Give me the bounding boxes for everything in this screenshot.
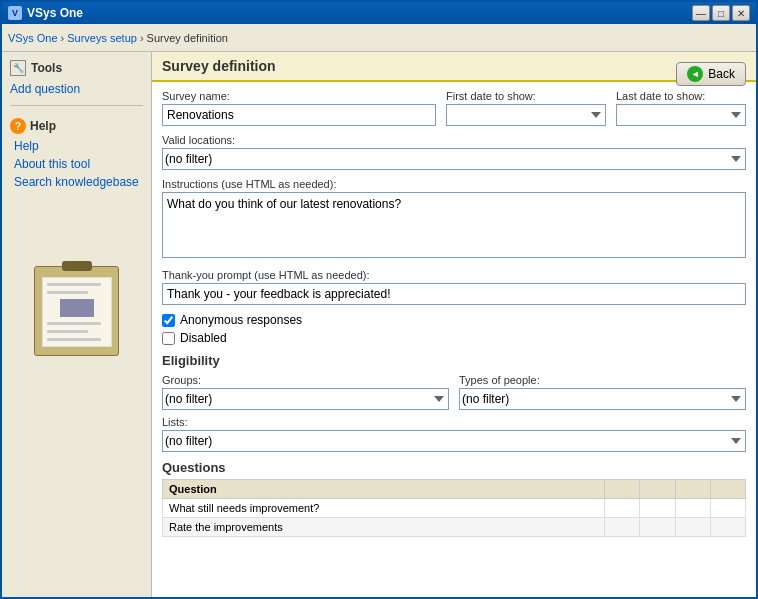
close-button[interactable]: ✕ bbox=[732, 5, 750, 21]
title-bar-left: V VSys One bbox=[8, 6, 83, 20]
back-button-label: Back bbox=[708, 67, 735, 81]
help-icon: ? bbox=[10, 118, 26, 134]
types-label: Types of people: bbox=[459, 374, 746, 386]
survey-name-group: Survey name: bbox=[162, 90, 436, 126]
table-row[interactable]: What still needs improvement? bbox=[163, 499, 746, 518]
help-label: Help bbox=[30, 119, 56, 133]
question-cell-extra bbox=[675, 518, 710, 537]
maximize-button[interactable]: □ bbox=[712, 5, 730, 21]
last-date-group: Last date to show: bbox=[616, 90, 746, 126]
sidebar-help-title: ? Help bbox=[2, 112, 151, 137]
thankyou-label: Thank-you prompt (use HTML as needed): bbox=[162, 269, 746, 281]
tools-label: Tools bbox=[31, 61, 62, 75]
content-body: Survey name: First date to show: Last da… bbox=[152, 82, 756, 545]
instructions-textarea[interactable]: What do you think of our latest renovati… bbox=[162, 192, 746, 258]
groups-label: Groups: bbox=[162, 374, 449, 386]
title-bar: V VSys One — □ ✕ bbox=[2, 2, 756, 24]
content-title: Survey definition bbox=[162, 58, 276, 74]
groups-select[interactable]: (no filter) bbox=[162, 388, 449, 410]
question-cell-extra bbox=[710, 518, 745, 537]
question-cell-extra bbox=[605, 499, 640, 518]
nav-bar: VSys One › Surveys setup › Survey defini… bbox=[2, 24, 756, 52]
sidebar-divider bbox=[10, 105, 143, 106]
valid-locations-label: Valid locations: bbox=[162, 134, 746, 146]
questions-col-4 bbox=[675, 480, 710, 499]
table-row[interactable]: Rate the improvements bbox=[163, 518, 746, 537]
thankyou-row: Thank-you prompt (use HTML as needed): bbox=[162, 269, 746, 305]
lists-label: Lists: bbox=[162, 416, 746, 428]
add-question-link[interactable]: Add question bbox=[2, 79, 151, 99]
sidebar-link-help[interactable]: Help bbox=[2, 137, 151, 155]
survey-name-input[interactable] bbox=[162, 104, 436, 126]
instructions-row: Instructions (use HTML as needed): What … bbox=[162, 178, 746, 261]
title-bar-controls: — □ ✕ bbox=[692, 5, 750, 21]
groups-wrapper: (no filter) bbox=[162, 388, 449, 410]
breadcrumb-link-surveys[interactable]: Surveys setup bbox=[67, 32, 137, 44]
back-button[interactable]: ◄ Back bbox=[676, 62, 746, 86]
groups-group: Groups: (no filter) bbox=[162, 374, 449, 410]
last-date-wrapper bbox=[616, 104, 746, 126]
questions-title: Questions bbox=[162, 460, 746, 475]
breadcrumb-link-vsys[interactable]: VSys One bbox=[8, 32, 58, 44]
valid-locations-wrapper: (no filter) bbox=[162, 148, 746, 170]
lists-wrapper: (no filter) bbox=[162, 430, 746, 452]
sidebar-tools-title: 🔧 Tools bbox=[2, 57, 151, 79]
lists-select[interactable]: (no filter) bbox=[162, 430, 746, 452]
disabled-checkbox[interactable] bbox=[162, 332, 175, 345]
minimize-button[interactable]: — bbox=[692, 5, 710, 21]
last-date-select[interactable] bbox=[616, 104, 746, 126]
eligibility-groups-row: Groups: (no filter) Types of people: (no… bbox=[162, 374, 746, 410]
app-icon: V bbox=[8, 6, 22, 20]
sidebar-decoration bbox=[32, 251, 122, 351]
sidebar-link-about[interactable]: About this tool bbox=[2, 155, 151, 173]
disabled-row: Disabled bbox=[162, 331, 746, 345]
content-area: Survey definition Survey name: First dat… bbox=[152, 52, 756, 597]
questions-table: Question What still needs improvement?Ra… bbox=[162, 479, 746, 537]
types-wrapper: (no filter) bbox=[459, 388, 746, 410]
survey-name-row: Survey name: First date to show: Last da… bbox=[162, 90, 746, 126]
sidebar-link-search[interactable]: Search knowledgebase bbox=[2, 173, 151, 191]
question-cell-extra bbox=[640, 518, 675, 537]
question-cell-extra bbox=[675, 499, 710, 518]
question-cell-extra bbox=[640, 499, 675, 518]
breadcrumb: VSys One › Surveys setup › Survey defini… bbox=[8, 32, 228, 44]
first-date-select[interactable] bbox=[446, 104, 606, 126]
breadcrumb-sep-2: › bbox=[140, 32, 144, 44]
questions-col-2 bbox=[605, 480, 640, 499]
anonymous-checkbox[interactable] bbox=[162, 314, 175, 327]
types-group: Types of people: (no filter) bbox=[459, 374, 746, 410]
question-cell-extra bbox=[710, 499, 745, 518]
window-title: VSys One bbox=[27, 6, 83, 20]
question-cell: What still needs improvement? bbox=[163, 499, 605, 518]
main-layout: 🔧 Tools Add question ? Help Help About t… bbox=[2, 52, 756, 597]
questions-col-3 bbox=[640, 480, 675, 499]
questions-col-header: Question bbox=[163, 480, 605, 499]
eligibility-title: Eligibility bbox=[162, 353, 746, 368]
first-date-group: First date to show: bbox=[446, 90, 606, 126]
questions-section: Questions Question What bbox=[162, 460, 746, 537]
back-arrow-icon: ◄ bbox=[687, 66, 703, 82]
questions-col-5 bbox=[710, 480, 745, 499]
question-cell: Rate the improvements bbox=[163, 518, 605, 537]
tools-icon: 🔧 bbox=[10, 60, 26, 76]
sidebar: 🔧 Tools Add question ? Help Help About t… bbox=[2, 52, 152, 597]
anonymous-row: Anonymous responses bbox=[162, 313, 746, 327]
lists-row: Lists: (no filter) bbox=[162, 416, 746, 452]
main-window: V VSys One — □ ✕ VSys One › Surveys setu… bbox=[0, 0, 758, 599]
valid-locations-select[interactable]: (no filter) bbox=[162, 148, 746, 170]
breadcrumb-current: Survey definition bbox=[147, 32, 228, 44]
breadcrumb-sep-1: › bbox=[61, 32, 65, 44]
anonymous-label: Anonymous responses bbox=[180, 313, 302, 327]
content-header: Survey definition bbox=[152, 52, 756, 82]
instructions-label: Instructions (use HTML as needed): bbox=[162, 178, 746, 190]
thankyou-input[interactable] bbox=[162, 283, 746, 305]
disabled-label: Disabled bbox=[180, 331, 227, 345]
first-date-label: First date to show: bbox=[446, 90, 606, 102]
first-date-wrapper bbox=[446, 104, 606, 126]
question-cell-extra bbox=[605, 518, 640, 537]
types-select[interactable]: (no filter) bbox=[459, 388, 746, 410]
survey-name-label: Survey name: bbox=[162, 90, 436, 102]
last-date-label: Last date to show: bbox=[616, 90, 746, 102]
valid-locations-row: Valid locations: (no filter) bbox=[162, 134, 746, 170]
